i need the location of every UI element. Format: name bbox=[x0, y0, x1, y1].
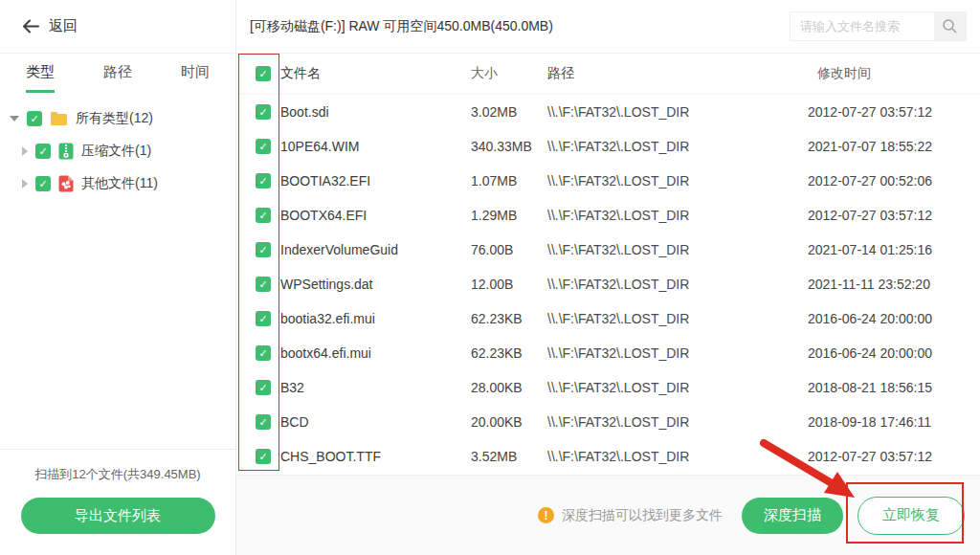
file-path: \\.\F:\FAT32\.LOST_DIR bbox=[547, 208, 808, 223]
file-size: 3.52MB bbox=[471, 449, 547, 464]
export-file-list-button[interactable]: 导出文件列表 bbox=[21, 498, 215, 534]
file-modified: 2018-09-18 17:46:11 bbox=[808, 414, 980, 430]
table-rows: ✓Boot.sdi3.02MB\\.\F:\FAT32\.LOST_DIR201… bbox=[236, 95, 980, 474]
tree-item-label: 所有类型(12) bbox=[76, 110, 153, 127]
file-type-tree: ✓ 所有类型(12) ✓ 压缩文件(1) ✓ 其他文件 bbox=[0, 93, 235, 200]
file-name: 10PE64.WIM bbox=[280, 139, 471, 154]
file-name: Boot.sdi bbox=[280, 104, 471, 120]
file-name: BOOTX64.EFI bbox=[280, 208, 471, 223]
file-path: \\.\F:\FAT32\.LOST_DIR bbox=[547, 449, 808, 464]
column-header-modified[interactable]: 修改时间 bbox=[808, 65, 980, 82]
table-row[interactable]: ✓CHS_BOOT.TTF3.52MB\\.\F:\FAT32\.LOST_DI… bbox=[236, 439, 980, 474]
file-path: \\.\F:\FAT32\.LOST_DIR bbox=[547, 311, 808, 326]
app-window: 返回 类型 路径 时间 ✓ 所有类型(12) ✓ 压缩文件(1 bbox=[0, 0, 980, 555]
back-button[interactable]: 返回 bbox=[0, 0, 235, 54]
table-row[interactable]: ✓10PE64.WIM340.33MB\\.\F:\FAT32\.LOST_DI… bbox=[236, 129, 980, 164]
select-all-checkbox[interactable]: ✓ bbox=[256, 66, 271, 81]
tab-path[interactable]: 路径 bbox=[103, 63, 132, 93]
deep-scan-button[interactable]: 深度扫描 bbox=[742, 498, 843, 534]
search-button[interactable] bbox=[934, 12, 966, 40]
main-panel: [可移动磁盘(F:)] RAW 可用空间450.0MB(450.0MB) ✓ 文… bbox=[236, 0, 980, 555]
file-modified: 2012-07-27 03:57:12 bbox=[808, 449, 980, 464]
file-size: 62.23KB bbox=[471, 311, 547, 326]
other-file-icon bbox=[58, 175, 74, 192]
tree-checkbox[interactable]: ✓ bbox=[35, 144, 51, 159]
file-modified: 2021-11-11 23:52:20 bbox=[808, 277, 980, 292]
caret-right-icon[interactable] bbox=[22, 179, 28, 189]
sidebar-tabs: 类型 路径 时间 bbox=[0, 63, 235, 93]
file-modified: 2021-07-07 18:55:22 bbox=[808, 139, 980, 154]
row-checkbox[interactable]: ✓ bbox=[256, 208, 271, 223]
tab-type[interactable]: 类型 bbox=[26, 63, 55, 93]
tree-item-label: 压缩文件(1) bbox=[81, 143, 151, 160]
file-modified: 2016-06-24 20:00:00 bbox=[808, 345, 980, 361]
caret-right-icon[interactable] bbox=[22, 146, 28, 156]
search-input[interactable] bbox=[791, 19, 934, 33]
sidebar-footer: 扫描到12个文件(共349.45MB) 导出文件列表 bbox=[0, 449, 235, 555]
file-path: \\.\F:\FAT32\.LOST_DIR bbox=[547, 242, 808, 257]
file-name: BCD bbox=[280, 414, 471, 430]
file-modified: 2012-07-27 03:57:12 bbox=[808, 104, 980, 120]
folder-icon bbox=[50, 111, 68, 126]
file-modified: 2021-07-14 01:25:16 bbox=[808, 242, 980, 257]
back-label: 返回 bbox=[49, 17, 78, 35]
file-path: \\.\F:\FAT32\.LOST_DIR bbox=[547, 139, 808, 154]
row-checkbox[interactable]: ✓ bbox=[256, 139, 271, 154]
tree-item-all-types[interactable]: ✓ 所有类型(12) bbox=[0, 102, 235, 135]
warning-icon: ! bbox=[538, 507, 554, 523]
file-path: \\.\F:\FAT32\.LOST_DIR bbox=[547, 277, 808, 292]
search-icon bbox=[942, 18, 958, 34]
column-header-path[interactable]: 路径 bbox=[547, 65, 808, 82]
file-size: 76.00B bbox=[471, 242, 547, 257]
row-checkbox[interactable]: ✓ bbox=[256, 104, 271, 120]
table-row[interactable]: ✓Boot.sdi3.02MB\\.\F:\FAT32\.LOST_DIR201… bbox=[236, 95, 980, 129]
table-header: ✓ 文件名 大小 路径 修改时间 bbox=[236, 54, 980, 95]
table-row[interactable]: ✓bootx64.efi.mui62.23KB\\.\F:\FAT32\.LOS… bbox=[236, 336, 980, 370]
tree-checkbox[interactable]: ✓ bbox=[27, 111, 42, 126]
table-row[interactable]: ✓BCD20.00KB\\.\F:\FAT32\.LOST_DIR2018-09… bbox=[236, 405, 980, 439]
file-size: 12.00B bbox=[471, 277, 547, 292]
file-path: \\.\F:\FAT32\.LOST_DIR bbox=[547, 104, 808, 120]
file-name: IndexerVolumeGuid bbox=[280, 242, 471, 257]
file-path: \\.\F:\FAT32\.LOST_DIR bbox=[547, 414, 808, 430]
archive-file-icon bbox=[58, 143, 74, 160]
column-header-size[interactable]: 大小 bbox=[471, 65, 547, 82]
file-path: \\.\F:\FAT32\.LOST_DIR bbox=[547, 173, 808, 189]
file-size: 3.02MB bbox=[471, 104, 547, 120]
row-checkbox[interactable]: ✓ bbox=[256, 345, 271, 361]
table-row[interactable]: ✓B3228.00KB\\.\F:\FAT32\.LOST_DIR2018-08… bbox=[236, 370, 980, 405]
row-checkbox[interactable]: ✓ bbox=[256, 311, 271, 326]
file-modified: 2016-06-24 20:00:00 bbox=[808, 311, 980, 326]
tree-item-label: 其他文件(11) bbox=[81, 175, 158, 192]
file-size: 1.29MB bbox=[471, 208, 547, 223]
file-modified: 2018-08-21 18:56:15 bbox=[808, 380, 980, 395]
tab-time[interactable]: 时间 bbox=[181, 63, 210, 93]
file-size: 340.33MB bbox=[471, 139, 547, 154]
file-name: bootx64.efi.mui bbox=[280, 345, 471, 361]
tree-checkbox[interactable]: ✓ bbox=[35, 176, 51, 191]
tree-item-other-files[interactable]: ✓ 其他文件(11) bbox=[0, 167, 235, 200]
row-checkbox[interactable]: ✓ bbox=[256, 449, 271, 464]
caret-down-icon[interactable] bbox=[10, 116, 19, 122]
row-checkbox[interactable]: ✓ bbox=[256, 173, 271, 189]
arrow-left-icon bbox=[22, 19, 40, 33]
recover-now-button[interactable]: 立即恢复 bbox=[858, 497, 965, 535]
deep-scan-hint: 深度扫描可以找到更多文件 bbox=[562, 507, 723, 524]
row-checkbox[interactable]: ✓ bbox=[256, 380, 271, 395]
row-checkbox[interactable]: ✓ bbox=[256, 277, 271, 292]
disk-title: [可移动磁盘(F:)] RAW 可用空间450.0MB(450.0MB) bbox=[250, 18, 553, 35]
file-name: B32 bbox=[280, 380, 471, 395]
table-row[interactable]: ✓IndexerVolumeGuid76.00B\\.\F:\FAT32\.LO… bbox=[236, 233, 980, 267]
row-checkbox[interactable]: ✓ bbox=[256, 242, 271, 257]
column-header-name[interactable]: 文件名 bbox=[280, 65, 471, 82]
tree-item-archive-files[interactable]: ✓ 压缩文件(1) bbox=[0, 135, 235, 167]
file-size: 28.00KB bbox=[471, 380, 547, 395]
table-row[interactable]: ✓BOOTX64.EFI1.29MB\\.\F:\FAT32\.LOST_DIR… bbox=[236, 198, 980, 233]
table-row[interactable]: ✓bootia32.efi.mui62.23KB\\.\F:\FAT32\.LO… bbox=[236, 301, 980, 336]
table-row[interactable]: ✓BOOTIA32.EFI1.07MB\\.\F:\FAT32\.LOST_DI… bbox=[236, 164, 980, 198]
table-row[interactable]: ✓WPSettings.dat12.00B\\.\F:\FAT32\.LOST_… bbox=[236, 267, 980, 301]
row-checkbox[interactable]: ✓ bbox=[256, 414, 271, 430]
file-modified: 2012-07-27 00:52:06 bbox=[808, 173, 980, 189]
main-header: [可移动磁盘(F:)] RAW 可用空间450.0MB(450.0MB) bbox=[236, 0, 980, 54]
file-size: 1.07MB bbox=[471, 173, 547, 189]
